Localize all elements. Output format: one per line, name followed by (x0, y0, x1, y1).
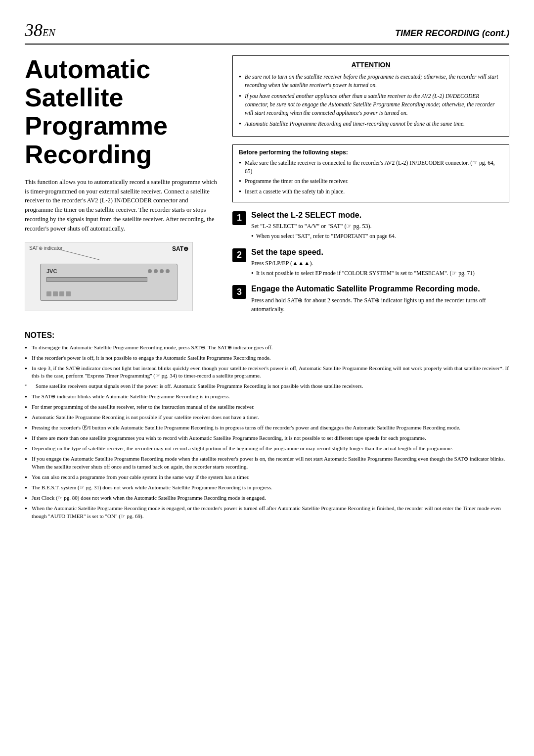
note-item-12: The B.E.S.T. system (☞ pg. 31) does not … (25, 484, 509, 492)
before-item-1: Make sure the satellite receiver is conn… (239, 159, 503, 175)
device-slot-3 (160, 269, 164, 273)
device-body: JVC (40, 264, 178, 301)
before-item-3: Insert a cassette with the safety tab in… (239, 188, 503, 196)
note-item-13: Just Clock (☞ pg. 80) does not work when… (25, 494, 509, 502)
step-3-number: 3 (232, 285, 246, 299)
tape-slot (46, 277, 147, 282)
step-2-number: 2 (232, 248, 246, 262)
note-item-7: Pressing the recorder's Ⓟ/I button while… (25, 424, 509, 432)
device-slot-1 (148, 269, 152, 273)
note-item-11: You can also record a programme from you… (25, 473, 509, 481)
attention-item-2: If you have connected another appliance … (239, 92, 503, 117)
note-item-14: When the Automatic Satellite Programme R… (25, 505, 509, 520)
note-item-3-sub: Some satellite receivers output signals … (25, 382, 509, 390)
device-buttons (46, 291, 71, 296)
device-btn-4 (66, 291, 71, 296)
step-2-desc: Press SP/LP/EP (▲▲▲). (251, 259, 509, 268)
notes-section: NOTES: To disengage the Automatic Satell… (25, 331, 509, 520)
notes-title: NOTES: (25, 331, 509, 340)
device-btn-3 (59, 291, 64, 296)
attention-box: ATTENTION Be sure not to turn on the sat… (232, 55, 509, 137)
step-3-desc: Press and hold SAT⊕ for about 2 seconds.… (251, 296, 509, 314)
note-item-9: Depending on the type of satellite recei… (25, 445, 509, 453)
right-column: ATTENTION Be sure not to turn on the sat… (232, 55, 509, 322)
device-btn-1 (46, 291, 51, 296)
step-1: 1 Select the L-2 SELECT mode. Set "L-2 S… (232, 210, 509, 240)
step-3-content: Engage the Automatic Satellite Programme… (251, 284, 509, 315)
note-item-1: To disengage the Automatic Satellite Pro… (25, 344, 509, 352)
step-1-note: When you select "SAT", refer to "IMPORTA… (251, 232, 509, 240)
note-item-2: If the recorder's power is off, it is no… (25, 354, 509, 362)
device-diagram: SAT⊕ indicator JVC SAT⊕ (25, 242, 193, 311)
step-2: 2 Set the tape speed. Press SP/LP/EP (▲▲… (232, 247, 509, 278)
step-3-title: Engage the Automatic Satellite Programme… (251, 284, 509, 293)
step-1-title: Select the L-2 SELECT mode. (251, 210, 509, 220)
svg-line-0 (59, 249, 99, 260)
attention-title: ATTENTION (239, 61, 503, 69)
note-item-5: For timer programming of the satellite r… (25, 403, 509, 411)
attention-item-1: Be sure not to turn on the satellite rec… (239, 73, 503, 89)
step-3: 3 Engage the Automatic Satellite Program… (232, 284, 509, 315)
main-layout: Automatic Satellite Programme Recording … (25, 55, 509, 322)
note-item-10: If you engage the Automatic Satellite Pr… (25, 455, 509, 471)
sat-indicator-label: SAT⊕ (172, 245, 188, 252)
device-logo: JVC (46, 268, 57, 274)
device-slots (148, 269, 170, 273)
left-column: Automatic Satellite Programme Recording … (25, 55, 218, 322)
page-number: 38EN (25, 20, 55, 41)
header-title: TIMER RECORDING (cont.) (395, 28, 509, 39)
before-item-2: Programme the timer on the satellite rec… (239, 177, 503, 186)
step-2-title: Set the tape speed. (251, 247, 509, 257)
device-btn-2 (53, 291, 58, 296)
note-item-3: In step 3, if the SAT⊕ indicator does no… (25, 365, 509, 380)
note-item-4: The SAT⊕ indicator blinks while Automati… (25, 393, 509, 401)
before-steps-title: Before performing the following steps: (239, 149, 503, 156)
step-1-desc: Set "L-2 SELECT" to "A/V" or "SAT" (☞ pg… (251, 222, 509, 231)
step-1-content: Select the L-2 SELECT mode. Set "L-2 SEL… (251, 210, 509, 240)
step-1-number: 1 (232, 211, 246, 225)
step-2-content: Set the tape speed. Press SP/LP/EP (▲▲▲)… (251, 247, 509, 278)
page-title: Automatic Satellite Programme Recording (25, 55, 218, 169)
before-steps-box: Before performing the following steps: M… (232, 144, 509, 202)
note-item-8: If there are more than one satellite pro… (25, 434, 509, 442)
intro-text: This function allows you to automaticall… (25, 178, 218, 234)
device-slot-4 (166, 269, 170, 273)
page-header: 38EN TIMER RECORDING (cont.) (25, 20, 509, 45)
step-2-note: It is not possible to select EP mode if … (251, 269, 509, 278)
indicator-label: SAT⊕ indicator (29, 245, 62, 251)
device-slot-2 (154, 269, 158, 273)
attention-item-3: Automatic Satellite Programme Recording … (239, 120, 503, 128)
note-item-6: Automatic Satellite Programme Recording … (25, 414, 509, 422)
